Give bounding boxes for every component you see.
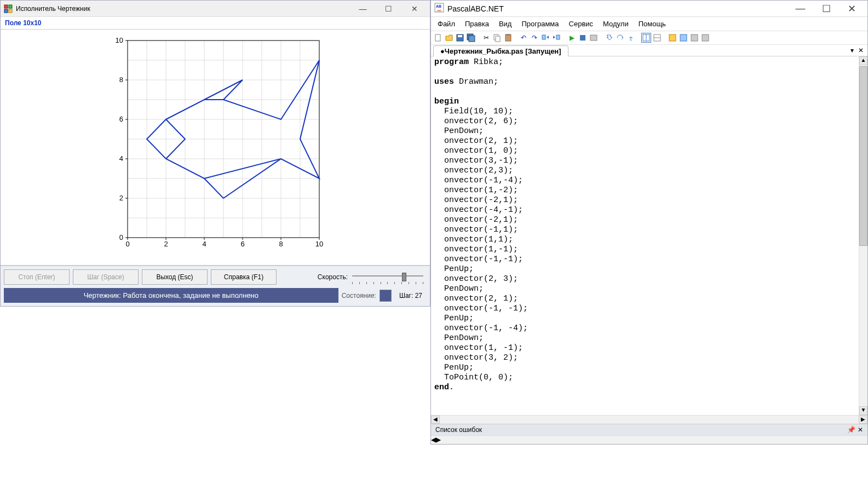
canvas-area: 02468100246810	[1, 30, 430, 265]
code-editor[interactable]: program Ribka; uses Drawman; begin Field…	[431, 56, 859, 415]
svg-rect-2	[4, 9, 8, 13]
tab-strip: ●Чертежник_Рыбка.pas [Запущен] ▾ ✕	[431, 45, 867, 56]
help-button[interactable]: Справка (F1)	[211, 269, 277, 285]
svg-rect-54	[435, 34, 440, 41]
close-button[interactable]: ✕	[840, 2, 864, 15]
open-icon[interactable]	[444, 33, 454, 43]
panel1-icon[interactable]	[668, 33, 677, 43]
err-hscrollbar[interactable]: ◀▶	[431, 435, 867, 444]
menubar[interactable]: ФайлПравкаВидПрограммаСервисМодулиПомощь	[431, 17, 867, 31]
redo-icon[interactable]: ↷	[530, 33, 539, 43]
svg-rect-65	[580, 35, 585, 41]
svg-rect-56	[458, 35, 462, 37]
right-title-text: PascalABC.NET	[447, 4, 504, 13]
code-area: program Ribka; uses Drawman; begin Field…	[431, 56, 867, 415]
maximize-button[interactable]: ☐	[814, 2, 838, 15]
svg-text:2: 2	[164, 240, 168, 248]
svg-rect-63	[542, 35, 545, 39]
minimize-button[interactable]: —	[350, 2, 375, 15]
panel4-icon[interactable]	[700, 33, 710, 43]
hscrollbar[interactable]: ◀▶	[431, 415, 867, 424]
field-header: Поле 10x10	[1, 17, 430, 30]
svg-text:4: 4	[202, 240, 206, 248]
status-message: Чертежник: Работа окончена, задание не в…	[4, 288, 338, 303]
pascal-window: AB.net PascalABC.NET — ☐ ✕ ФайлПравкаВид…	[430, 0, 868, 445]
panel-close-icon[interactable]: ✕	[858, 426, 863, 434]
svg-text:6: 6	[119, 115, 123, 123]
exit-button[interactable]: Выход (Esc)	[142, 269, 208, 285]
nav-back-icon[interactable]	[541, 33, 550, 43]
svg-text:AB: AB	[436, 4, 441, 8]
svg-rect-74	[702, 34, 709, 41]
svg-rect-1	[9, 5, 12, 8]
svg-text:10: 10	[315, 240, 323, 248]
svg-rect-62	[507, 34, 510, 36]
right-titlebar[interactable]: AB.net PascalABC.NET — ☐ ✕	[431, 1, 867, 17]
save-icon[interactable]	[455, 33, 465, 43]
panel3-icon[interactable]	[689, 33, 699, 43]
stop-icon[interactable]	[578, 33, 588, 43]
compile-icon[interactable]	[589, 33, 599, 43]
layout1-icon[interactable]	[641, 33, 651, 43]
tab-close-icon[interactable]: ✕	[856, 47, 865, 54]
menu-item-Помощь[interactable]: Помощь	[634, 18, 670, 30]
cut-icon[interactable]: ✂	[481, 33, 491, 43]
menu-item-Модули[interactable]: Модули	[599, 18, 633, 30]
step-out-icon[interactable]	[626, 33, 636, 43]
menu-item-Программа[interactable]: Программа	[517, 18, 563, 30]
svg-text:0: 0	[119, 233, 123, 241]
step-over-icon[interactable]	[615, 33, 625, 43]
svg-rect-66	[590, 35, 597, 41]
step-button: Шаг (Space)	[73, 269, 139, 285]
pin-icon[interactable]: 📌	[847, 426, 855, 434]
errors-header: Список ошибок	[435, 426, 482, 434]
panel2-icon[interactable]	[679, 33, 688, 43]
drawman-window: Исполнитель Чертежник — ☐ ✕ Поле 10x10 0…	[0, 0, 430, 307]
svg-rect-72	[680, 34, 687, 41]
menu-item-Сервис[interactable]: Сервис	[565, 18, 598, 30]
menu-item-Вид[interactable]: Вид	[495, 18, 516, 30]
svg-text:.net: .net	[436, 9, 441, 12]
svg-text:0: 0	[125, 240, 129, 248]
step-count: Шаг: 27	[395, 292, 427, 299]
minimize-button[interactable]: —	[788, 2, 813, 15]
toolbar[interactable]: ✂ ↶ ↷ ▶	[431, 31, 867, 45]
svg-text:6: 6	[240, 240, 244, 248]
undo-icon[interactable]: ↶	[519, 33, 528, 43]
svg-rect-0	[4, 5, 8, 8]
close-button[interactable]: ✕	[402, 2, 427, 15]
svg-rect-71	[669, 34, 676, 41]
stop-button: Стоп (Enter)	[4, 269, 70, 285]
copy-icon[interactable]	[492, 33, 502, 43]
new-file-icon[interactable]	[433, 33, 443, 43]
state-label: Состояние:	[342, 292, 376, 299]
errors-panel: Список ошибок 📌 ✕ ◀▶	[431, 424, 867, 444]
drawing-canvas: 02468100246810	[106, 35, 325, 254]
layout2-icon[interactable]	[652, 33, 662, 43]
maximize-button[interactable]: ☐	[376, 2, 401, 15]
pascal-icon: AB.net	[434, 3, 444, 14]
svg-text:4: 4	[119, 154, 123, 163]
svg-rect-58	[469, 36, 475, 42]
vscrollbar[interactable]: ▲ ▼	[859, 56, 867, 415]
state-swatch	[380, 290, 392, 302]
svg-text:8: 8	[119, 76, 123, 84]
app-icon	[4, 4, 13, 13]
speed-slider[interactable]	[352, 272, 423, 282]
menu-item-Правка[interactable]: Правка	[461, 18, 493, 30]
svg-rect-73	[691, 34, 698, 41]
nav-fwd-icon[interactable]	[551, 33, 561, 43]
svg-text:8: 8	[279, 240, 283, 248]
tab-file[interactable]: ●Чертежник_Рыбка.pas [Запущен]	[433, 45, 568, 56]
svg-rect-3	[9, 9, 12, 13]
svg-rect-64	[556, 35, 560, 39]
tab-dropdown-icon[interactable]: ▾	[849, 47, 855, 54]
save-all-icon[interactable]	[466, 33, 476, 43]
menu-item-Файл[interactable]: Файл	[433, 18, 459, 30]
svg-text:10: 10	[116, 36, 123, 44]
step-into-icon[interactable]	[604, 33, 614, 43]
run-icon[interactable]: ▶	[567, 33, 577, 43]
left-titlebar[interactable]: Исполнитель Чертежник — ☐ ✕	[1, 1, 430, 17]
paste-icon[interactable]	[503, 33, 513, 43]
bottom-panel: Стоп (Enter) Шаг (Space) Выход (Esc) Спр…	[1, 265, 430, 306]
